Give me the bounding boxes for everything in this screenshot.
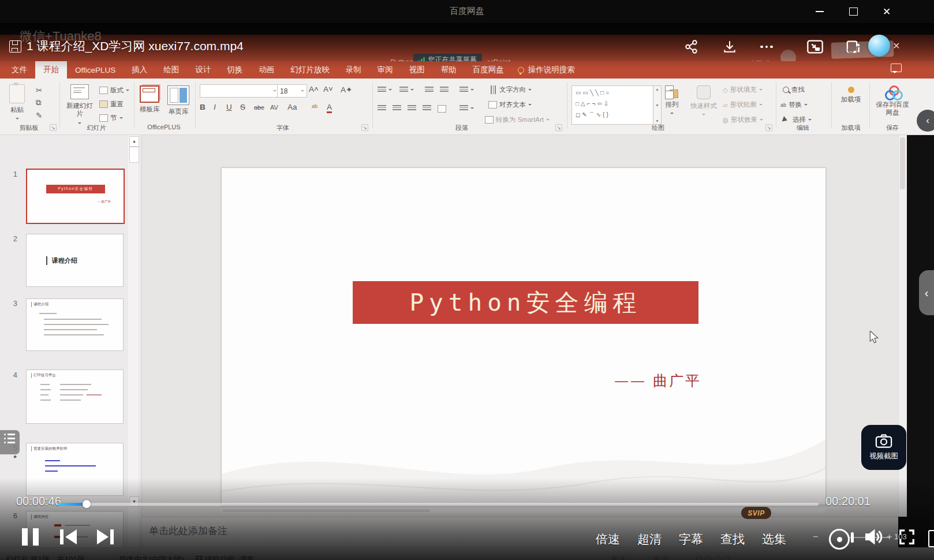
shapes-gallery[interactable]: ▭▭╲╲□○□△⌐¬⇦⇩◻✎⌒∿{} ▲▼▼ — [571, 85, 662, 125]
shrink-font-button[interactable]: A˅ — [323, 85, 333, 94]
strikethrough-button[interactable]: S — [240, 103, 245, 111]
numbering-button[interactable] — [399, 87, 414, 93]
line-spacing-button[interactable] — [459, 87, 474, 93]
character-spacing-button[interactable]: AV — [270, 104, 278, 111]
drawing-dialog-launcher[interactable]: ↘ — [765, 124, 772, 131]
record-target-icon[interactable] — [829, 529, 850, 550]
more-button[interactable] — [755, 36, 778, 58]
pause-button[interactable] — [22, 528, 39, 546]
shape-outline-button[interactable]: ▱形状轮廓 — [723, 100, 763, 109]
text-shadow-button[interactable]: abc — [254, 104, 264, 111]
convert-smartart-button[interactable]: 转换为 SmartArt — [485, 115, 550, 124]
previous-button[interactable] — [60, 529, 77, 544]
grow-font-button[interactable]: A˄ — [309, 85, 319, 94]
bold-button[interactable]: B — [200, 103, 206, 111]
sidebar-chevron-tab[interactable]: ‹ — [919, 270, 934, 315]
quick-styles-button[interactable]: 快速样式 — [690, 85, 717, 117]
font-color-button[interactable]: A — [327, 103, 332, 113]
tab-view[interactable]: 视图 — [401, 61, 433, 79]
align-center-button[interactable] — [393, 105, 401, 111]
increase-indent-button[interactable] — [440, 87, 449, 93]
font-name-combo[interactable] — [200, 84, 279, 98]
slide-editor[interactable]: Python安全编程 —— 曲广平 — [221, 167, 826, 505]
align-left-button[interactable] — [378, 105, 386, 111]
tab-draw[interactable]: 绘图 — [155, 61, 187, 79]
select-button[interactable]: 选择 — [783, 115, 812, 124]
save-to-netdisk-button[interactable]: 保存到百度网盘 — [874, 85, 911, 117]
accessibility-status[interactable]: ☷ 辅助功能: 调查 — [195, 554, 254, 560]
font-size-combo[interactable]: 18 — [277, 84, 307, 98]
scroll-up-button[interactable]: ▲ — [129, 136, 139, 147]
slide-thumbnail-3[interactable]: 课程介绍 — [26, 298, 124, 351]
picture-in-picture-button[interactable] — [804, 36, 827, 58]
shapes-gallery-grid[interactable]: ▭▭╲╲□○□△⌐¬⇦⇩◻✎⌒∿{} — [571, 85, 653, 125]
align-text-button[interactable]: 对齐文本 — [488, 100, 532, 109]
tab-review[interactable]: 审阅 — [369, 61, 401, 79]
tab-design[interactable]: 设计 — [187, 61, 219, 79]
maximize-button[interactable] — [840, 0, 866, 23]
tab-record[interactable]: 录制 — [338, 61, 369, 79]
subtitles-button[interactable]: 字幕 — [679, 531, 703, 547]
progress-knob[interactable] — [83, 500, 91, 508]
text-direction-button[interactable]: 文字方向 — [488, 85, 532, 94]
overlay-close-icon[interactable]: ✕ — [892, 40, 900, 51]
bullets-button[interactable] — [378, 87, 392, 93]
clipboard-dialog-launcher[interactable]: ↘ — [50, 124, 57, 131]
quality-button[interactable]: 超清 — [637, 531, 662, 547]
font-dialog-launcher[interactable]: ↘ — [361, 124, 368, 131]
save-icon[interactable] — [9, 40, 21, 53]
user-avatar[interactable] — [868, 35, 890, 57]
new-slide-button[interactable]: 新建幻灯片 — [65, 84, 95, 126]
notes-placeholder[interactable]: 单击此处添加备注 — [149, 524, 227, 537]
decrease-indent-button[interactable] — [425, 87, 434, 93]
find-button[interactable]: 查找 — [783, 85, 805, 94]
minimize-button[interactable] — [806, 0, 833, 23]
video-surface[interactable]: Python 您正在共享屏幕 erPoint 广平 曲 文件 开始 Office… — [0, 23, 934, 560]
slide-thumbnail-1[interactable]: Python安全编程 — 曲广平 — [26, 169, 125, 224]
scrollbar-thumb[interactable] — [129, 147, 139, 163]
template-library-button[interactable]: 模板库 — [140, 85, 160, 113]
close-button[interactable]: ✕ — [873, 0, 900, 23]
comments-toggle-ghost[interactable]: 批注 — [653, 554, 668, 560]
view-buttons-ghost[interactable]: ▢ ▢ ▢ ▢ — [696, 554, 730, 560]
section-button[interactable]: 节 — [99, 114, 123, 122]
playback-speed-button[interactable]: 倍速 — [596, 531, 620, 547]
tab-insert[interactable]: 插入 — [124, 61, 155, 79]
slide-thumbnail-2[interactable]: 课程介绍 — [26, 234, 124, 287]
tab-home[interactable]: 开始 — [35, 61, 67, 79]
change-case-button[interactable]: Aa — [287, 103, 297, 111]
columns-button[interactable] — [438, 105, 446, 113]
episodes-button[interactable]: 选集 — [762, 531, 786, 547]
slide-thumbnail-4[interactable]: CTF练习平台 — [26, 369, 124, 424]
justify-button[interactable] — [423, 105, 431, 111]
shape-effects-button[interactable]: ◍形状效果 — [723, 115, 763, 124]
shapes-gallery-scrollbar[interactable]: ▲▼▼ — [653, 85, 662, 125]
paragraph-dialog-launcher[interactable]: ↘ — [555, 124, 562, 131]
slide-author-text[interactable]: —— 曲广平 — [614, 371, 701, 390]
find-button-player[interactable]: 查找 — [720, 531, 745, 547]
language-status[interactable]: 简体中文(中国大陆) — [119, 554, 184, 560]
tab-slideshow[interactable]: 幻灯片放映 — [282, 61, 338, 79]
tab-transitions[interactable]: 切换 — [219, 61, 251, 79]
page-library-button[interactable]: 单页库 — [167, 85, 189, 115]
clear-formatting-button[interactable]: A✦ — [341, 85, 352, 94]
slide-title-banner[interactable]: Python安全编程 — [353, 281, 698, 324]
zoom-out-ghost[interactable]: − — [813, 532, 818, 542]
comments-icon[interactable] — [891, 64, 902, 72]
fullscreen-button[interactable] — [898, 528, 916, 548]
notes-toggle-ghost[interactable]: 备注 — [611, 554, 626, 560]
tab-file[interactable]: 文件 — [3, 61, 35, 79]
next-button[interactable] — [97, 529, 114, 544]
progress-track[interactable] — [58, 503, 819, 506]
italic-button[interactable]: I — [214, 103, 216, 111]
tell-me-search[interactable]: 操作说明搜索 — [512, 61, 581, 79]
thumbnails-scrollbar[interactable] — [128, 135, 139, 548]
share-button[interactable] — [680, 36, 703, 58]
replace-button[interactable]: ab替换 — [780, 100, 808, 109]
video-screenshot-button[interactable]: 视频截图 — [861, 425, 906, 470]
volume-button[interactable] — [864, 527, 884, 549]
tab-animations[interactable]: 动画 — [251, 61, 282, 79]
highlight-color-button[interactable]: ᵃᵇ — [312, 103, 317, 111]
format-painter-button[interactable]: ✎ — [36, 111, 42, 120]
arrange-button[interactable]: 排列 — [665, 85, 679, 116]
